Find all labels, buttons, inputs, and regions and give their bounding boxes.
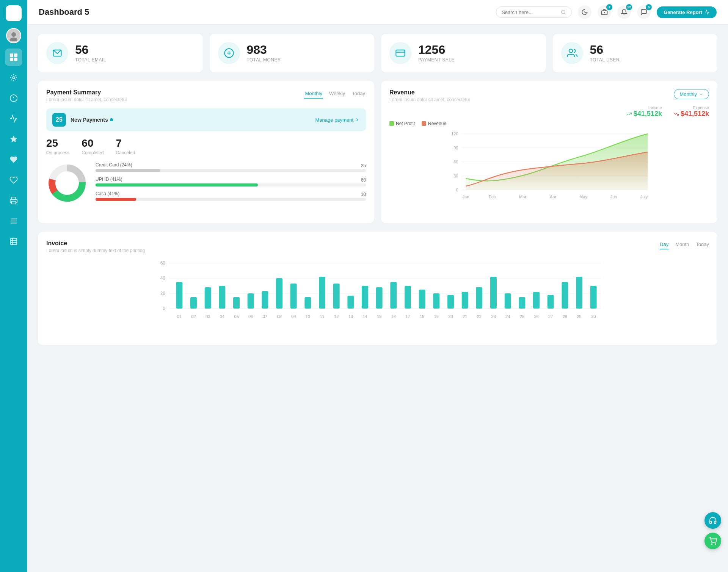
search-input[interactable] — [502, 9, 558, 15]
payment-details-row: Credit Card (24%) 25 UPI ID (41%) 60 — [46, 162, 366, 205]
invoice-x-label: 15 — [377, 314, 381, 319]
invoice-bar — [405, 286, 411, 309]
invoice-x-label: 09 — [291, 314, 296, 319]
sidebar-item-menu[interactable] — [5, 212, 22, 230]
sidebar-item-settings[interactable] — [5, 69, 22, 86]
svg-text:Feb: Feb — [489, 194, 496, 199]
invoice-header: Invoice Lorem ipsum is simply dummy text… — [46, 240, 709, 253]
expense-item: Expense $41,512k — [673, 105, 709, 118]
theme-toggle[interactable] — [578, 5, 592, 19]
wallet-badge: 2 — [606, 4, 612, 10]
invoice-tab-today[interactable]: Today — [696, 240, 709, 249]
invoice-x-label: 30 — [591, 314, 596, 319]
income-item: Income $41,512k — [626, 105, 662, 118]
sidebar-logo[interactable] — [6, 5, 22, 21]
wallet-button[interactable]: 2 — [598, 5, 611, 19]
sidebar-item-heart2[interactable] — [5, 171, 22, 189]
sidebar-item-list[interactable] — [5, 233, 22, 250]
search-icon — [561, 9, 566, 15]
invoice-x-label: 06 — [248, 314, 253, 319]
svg-rect-8 — [10, 58, 13, 61]
stat-card-money: 983 TOTAL MONEY — [210, 34, 375, 72]
bar-fill-upi — [96, 183, 258, 186]
payment-summary-title: Payment Summary — [46, 89, 127, 96]
invoice-x-label: 13 — [348, 314, 353, 319]
search-bar[interactable] — [496, 6, 572, 18]
payment-tabs: Monthly Weekly Today — [304, 89, 366, 99]
stats-grid: 56 TOTAL EMAIL 983 TOTAL MONEY — [38, 34, 717, 72]
invoice-x-label: 29 — [577, 314, 581, 319]
invoice-bar — [562, 282, 568, 309]
revenue-monthly-button[interactable]: Monthly — [674, 89, 709, 99]
cart-icon — [709, 537, 717, 545]
bell-badge: 12 — [626, 4, 632, 10]
bell-button[interactable]: 12 — [617, 5, 631, 19]
svg-text:0: 0 — [456, 188, 458, 192]
payment-summary-panel: Payment Summary Lorem ipsum dolor sit am… — [38, 81, 374, 223]
invoice-bar — [376, 287, 383, 309]
chart-icon — [704, 9, 710, 15]
income-value: $41,512k — [626, 110, 662, 118]
invoice-bar — [576, 277, 582, 309]
arrow-right-icon — [355, 117, 360, 122]
svg-point-4 — [11, 32, 16, 37]
invoice-x-label: 08 — [277, 314, 281, 319]
stat-card-users: 56 TOTAL USER — [553, 34, 718, 72]
cart-float-btn[interactable] — [704, 533, 721, 549]
svg-text:30: 30 — [453, 174, 458, 178]
payment-stats-row: 25 On process 60 Completed 7 Canceled — [46, 137, 366, 155]
manage-payment-link[interactable]: Manage payment — [315, 117, 360, 123]
chat-icon — [640, 9, 647, 16]
invoice-x-label: 10 — [306, 314, 310, 319]
legend-dot-profit — [389, 121, 394, 126]
stat-text-email: 56 TOTAL EMAIL — [75, 44, 106, 63]
bar-cash: Cash (41%) 10 — [96, 191, 366, 201]
payment-bars: Credit Card (24%) 25 UPI ID (41%) 60 — [96, 162, 366, 205]
generate-report-button[interactable]: Generate Report — [657, 6, 717, 18]
sidebar-item-heart[interactable] — [5, 151, 22, 168]
invoice-x-label: 03 — [206, 314, 210, 319]
invoice-bar — [347, 296, 354, 309]
stat-text-money: 983 TOTAL MONEY — [247, 44, 281, 63]
bell-icon — [621, 9, 628, 16]
tab-monthly[interactable]: Monthly — [304, 89, 323, 99]
invoice-bar — [304, 297, 311, 309]
svg-rect-1 — [14, 10, 17, 13]
tab-weekly[interactable]: Weekly — [328, 89, 346, 99]
chat-button[interactable]: 5 — [637, 5, 651, 19]
invoice-chart: 60 40 20 0 01020304050607080910111213141… — [46, 259, 709, 335]
invoice-bar — [390, 282, 397, 309]
expense-icon — [673, 111, 679, 117]
wallet-icon — [601, 9, 608, 16]
invoice-tab-month[interactable]: Month — [675, 240, 689, 249]
svg-point-23 — [562, 10, 565, 14]
svg-point-10 — [13, 77, 15, 79]
bar-upi: UPI ID (41%) 60 — [96, 177, 366, 186]
invoice-bar — [205, 287, 211, 309]
revenue-subtitle: Lorem ipsum dolor sit amet, consectetur — [389, 97, 470, 102]
svg-point-33 — [569, 49, 572, 53]
invoice-bar — [447, 295, 454, 309]
avatar[interactable] — [6, 28, 21, 43]
sidebar-item-analytics[interactable] — [5, 110, 22, 127]
header: Dashboard 5 2 12 5 Generate Repo — [27, 0, 728, 25]
invoice-bar — [219, 286, 225, 309]
sidebar-item-print[interactable] — [5, 192, 22, 209]
invoice-x-label: 24 — [505, 314, 510, 319]
stat-text-payment: 1256 PAYMENT SALE — [418, 44, 455, 63]
invoice-x-label: 25 — [520, 314, 524, 319]
invoice-tab-day[interactable]: Day — [660, 240, 668, 249]
svg-text:120: 120 — [451, 132, 458, 136]
new-payments-label: New Payments — [71, 117, 108, 123]
stat-icon-payment — [389, 42, 411, 64]
svg-rect-3 — [14, 14, 17, 17]
chevron-down-icon — [699, 92, 703, 97]
sidebar-item-dashboard[interactable] — [5, 49, 22, 66]
sidebar-item-info[interactable] — [5, 89, 22, 107]
invoice-x-label: 04 — [220, 314, 224, 319]
support-float-btn[interactable] — [704, 512, 721, 529]
sidebar-item-star[interactable] — [5, 130, 22, 148]
new-payments-dot — [110, 118, 113, 121]
tab-today[interactable]: Today — [351, 89, 366, 99]
invoice-bar — [590, 286, 597, 309]
